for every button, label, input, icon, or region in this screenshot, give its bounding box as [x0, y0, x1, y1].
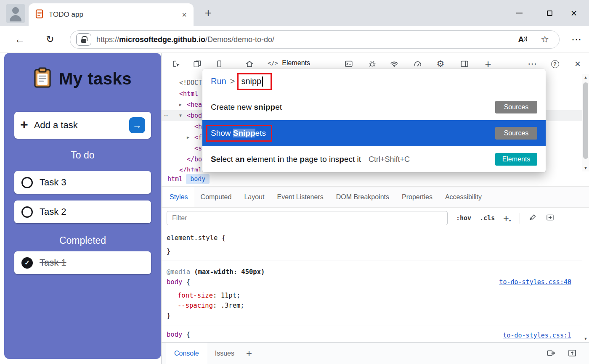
- more-tools-add-icon[interactable]: +: [483, 58, 493, 69]
- activity-bar-icon[interactable]: [214, 58, 225, 69]
- browser-tab[interactable]: TODO app ×: [29, 3, 194, 26]
- node-menu-dots-icon[interactable]: ⋯: [164, 110, 168, 121]
- welcome-home-icon[interactable]: [244, 58, 255, 69]
- stylesheet-link[interactable]: to-do-styles.css:40: [499, 277, 571, 287]
- task-checkbox-checked[interactable]: ✓: [21, 257, 33, 269]
- inline-style-selector: element.style: [167, 234, 218, 242]
- add-task-input[interactable]: Add a task: [34, 120, 129, 131]
- rendering-brush-icon[interactable]: [528, 213, 537, 224]
- tab-close-icon[interactable]: ×: [182, 10, 187, 20]
- tab-properties[interactable]: Properties: [395, 187, 439, 207]
- toggle-hover-state-button[interactable]: :hov: [456, 214, 471, 222]
- dock-side-icon[interactable]: [459, 58, 470, 69]
- styles-filter-input[interactable]: [167, 211, 448, 225]
- task-checkbox[interactable]: [21, 206, 33, 218]
- help-icon[interactable]: ?: [549, 58, 560, 69]
- new-tab-button[interactable]: +: [200, 5, 216, 21]
- twisty-collapsed-icon[interactable]: ▶: [179, 99, 182, 110]
- new-style-rule-button[interactable]: +▾: [503, 213, 511, 223]
- tab-accessibility[interactable]: Accessibility: [439, 187, 488, 207]
- browser-menu-button[interactable]: ⋯: [571, 26, 582, 53]
- drawer-add-tab-icon[interactable]: +: [242, 348, 256, 359]
- check-icon: ✓: [24, 259, 30, 266]
- debugger-bug-icon[interactable]: [367, 58, 378, 69]
- css-declaration[interactable]: --spacing: .3rem;: [167, 301, 582, 311]
- url-host: microsoftedge.github.io: [119, 35, 205, 44]
- stylesheet-link[interactable]: to-do-styles.css:1: [503, 330, 571, 340]
- annotation-highlight-box: Show Snippets: [206, 125, 272, 142]
- command-query-input[interactable]: snipp: [237, 73, 272, 90]
- network-icon[interactable]: [389, 58, 400, 69]
- plus-icon: +: [20, 118, 28, 131]
- task-label: Task 3: [40, 177, 66, 188]
- add-task-form[interactable]: + Add a task →: [14, 112, 151, 139]
- add-task-submit-button[interactable]: →: [129, 117, 145, 133]
- tab-favicon-icon: [35, 9, 44, 20]
- style-rule-body[interactable]: body {to-do-styles.css:1 margin: ▶calc(2…: [162, 325, 582, 342]
- favorites-star-icon[interactable]: ☆: [536, 34, 553, 45]
- drawer-tab-issues[interactable]: Issues: [207, 350, 242, 357]
- toggle-class-button[interactable]: .cls: [480, 214, 495, 222]
- styles-scrollbar[interactable]: ▼: [582, 229, 589, 342]
- rule-selector: body: [167, 331, 182, 338]
- styles-filter-bar: :hov .cls +▾: [162, 208, 589, 229]
- clipboard-icon: [34, 67, 51, 90]
- tab-event-listeners[interactable]: Event Listeners: [271, 187, 329, 207]
- site-info-button[interactable]: [76, 33, 91, 46]
- app-title: My tasks: [59, 69, 132, 88]
- tab-layout[interactable]: Layout: [238, 187, 271, 207]
- performance-gauge-icon[interactable]: [412, 58, 423, 69]
- settings-gear-icon[interactable]: ⚙: [435, 58, 446, 69]
- avatar-head: [12, 7, 19, 14]
- drawer-tab-console[interactable]: Console: [166, 343, 207, 364]
- tab-dom-breakpoints[interactable]: DOM Breakpoints: [330, 187, 395, 207]
- maximize-button[interactable]: [539, 0, 560, 26]
- command-item-label: Select an element in the page to inspect…: [211, 155, 361, 164]
- command-item-show-snippets[interactable]: Show Snippets Sources: [202, 120, 546, 146]
- read-aloud-button[interactable]: A: [515, 35, 532, 44]
- command-item-select-element[interactable]: Select an element in the page to inspect…: [202, 146, 546, 172]
- sidebar-tabs: Styles Computed Layout Event Listeners D…: [162, 187, 589, 208]
- elements-tab-label: Elements: [282, 59, 310, 67]
- console-panel-icon[interactable]: [343, 58, 354, 69]
- devtools-close-icon[interactable]: ×: [572, 58, 583, 69]
- css-declaration[interactable]: font-size: 11pt;: [167, 290, 582, 301]
- open-panel-icon[interactable]: [546, 213, 555, 224]
- refresh-button[interactable]: ↻: [41, 26, 59, 53]
- todo-app-panel: My tasks + Add a task → To do Task 3 Tas…: [4, 53, 161, 359]
- move-drawer-icon[interactable]: [567, 348, 578, 359]
- task-row[interactable]: Task 3: [14, 171, 151, 194]
- scroll-up-icon[interactable]: ▲: [582, 74, 589, 81]
- title-bar: TODO app × + ×: [0, 0, 589, 26]
- back-button[interactable]: ←: [11, 26, 29, 53]
- style-rule-media[interactable]: @media (max-width: 450px) body {to-do-st…: [162, 261, 582, 325]
- url-scheme: https://: [96, 35, 119, 44]
- command-menu-header: Run > snipp: [202, 69, 546, 94]
- media-condition: (max-width: 450px): [194, 268, 265, 276]
- breadcrumb-body-selected[interactable]: body: [186, 174, 210, 184]
- twisty-expanded-icon[interactable]: ▼: [179, 110, 182, 121]
- task-row[interactable]: Task 2: [14, 200, 151, 223]
- url-bar[interactable]: https://microsoftedge.github.io/Demos/de…: [70, 30, 560, 49]
- twisty-collapsed-icon[interactable]: ▶: [187, 132, 189, 143]
- profile-avatar-icon[interactable]: [6, 4, 25, 23]
- tab-computed[interactable]: Computed: [194, 187, 238, 207]
- minimize-button[interactable]: [509, 0, 529, 26]
- scroll-down-icon[interactable]: ▼: [582, 335, 589, 342]
- read-aloud-icon: A: [518, 35, 524, 44]
- inspect-element-icon[interactable]: [171, 58, 182, 69]
- style-rule-inline[interactable]: element.style { }: [162, 229, 582, 261]
- tab-styles[interactable]: Styles: [163, 187, 194, 207]
- command-item-create-snippet[interactable]: Create new snippet Sources: [202, 94, 546, 120]
- scroll-down-icon[interactable]: ▼: [582, 165, 589, 171]
- task-row-completed[interactable]: ✓ Task 1: [14, 251, 151, 274]
- scrollbar-thumb[interactable]: [583, 82, 588, 159]
- devtools-menu-icon[interactable]: ⋯: [527, 58, 538, 69]
- device-toolbar-icon[interactable]: [192, 58, 203, 69]
- command-item-label: Create new snippet: [211, 103, 282, 112]
- breadcrumb-html[interactable]: html: [167, 175, 183, 183]
- dom-scrollbar[interactable]: ▲ ▼: [582, 74, 589, 171]
- expand-console-icon[interactable]: [546, 348, 557, 359]
- task-checkbox[interactable]: [21, 177, 33, 188]
- window-close-button[interactable]: ×: [564, 0, 584, 26]
